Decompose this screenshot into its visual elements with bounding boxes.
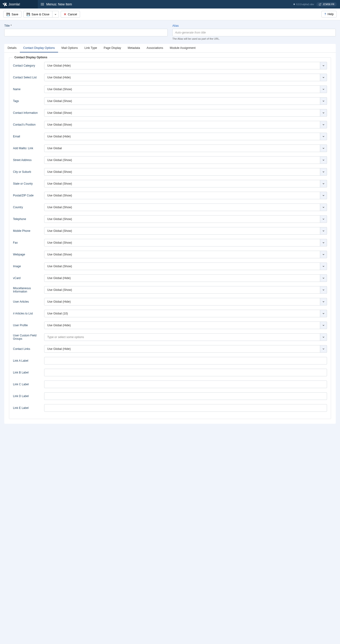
select-field[interactable]: Use Global (Show) [44,156,327,164]
form-row: NameUse Global (Show) [13,86,327,93]
select-field[interactable]: Use Global (10) [44,310,327,317]
title-input[interactable] [4,29,168,36]
field-label: Contact Links [13,347,44,350]
form-row: City or SuburbUse Global (Show) [13,168,327,176]
svg-point-5 [41,5,41,5]
brand-logo[interactable]: Joomla! [0,0,38,8]
alias-field-group: Alias The Alias will be used as part of … [172,24,336,40]
select-field[interactable]: Use Global (Show) [44,180,327,188]
select-field[interactable]: Use Global (Hide) [44,345,327,353]
svg-point-4 [41,4,41,4]
select-field[interactable]: Use Global (Show) [44,168,327,176]
select-field[interactable]: Use Global (Hide) [44,274,327,282]
alias-input[interactable] [172,29,336,36]
select-field[interactable]: Use Global (Show) [44,215,327,223]
form-row: ImageUse Global (Show) [13,262,327,270]
text-input[interactable] [44,404,327,412]
text-input[interactable] [44,357,327,364]
field-control: Use Global (Show) [44,262,327,270]
chevron-down-icon [54,13,57,16]
user-menu-button[interactable]: JCMS6 FR [316,2,337,6]
field-label: vCard [13,276,44,280]
svg-line-7 [320,3,321,4]
select-field[interactable]: Use Global (Hide) [44,322,327,329]
select-field[interactable]: Use Global (Show) [44,121,327,128]
form-row: WebpageUse Global (Show) [13,251,327,258]
field-control: Use Global (Show) [44,121,327,128]
field-label: Miscellaneous Information [13,286,44,293]
alias-hint: The Alias will be used as part of the UR… [172,37,336,40]
field-label: User Custom Field Groups [13,334,44,340]
select-field[interactable]: Use Global (Hide) [44,298,327,306]
alias-label: Alias [172,24,336,28]
select-field[interactable]: Use Global (Show) [44,97,327,105]
form-row: Contact InformationUse Global (Show) [13,109,327,116]
joomla-icon [3,2,7,6]
field-label: Fax [13,241,44,244]
toolbar: 💾 Save 💾 Save & Close ✕ Cancel ? Help [0,8,340,20]
field-control [44,369,327,376]
select-field[interactable]: Use Global (Hide) [44,62,327,70]
fieldset-title: Contact Display Options [12,56,49,59]
help-icon: ? [324,12,326,16]
field-label: Name [13,88,44,91]
save-close-button[interactable]: 💾 Save & Close [24,11,53,18]
field-control: Use Global (Show) [44,204,327,211]
select-field[interactable]: Use Global (Show) [44,204,327,211]
select-field[interactable]: Use Global (Show) [44,262,327,270]
save-close-dropdown[interactable] [52,11,59,18]
select-field[interactable]: Use Global (Show) [44,286,327,294]
tab-link-type[interactable]: Link Type [81,44,100,52]
form-row: CountryUse Global (Show) [13,204,327,211]
form-row: Street AddressUse Global (Show) [13,156,327,164]
tab-contact-display-options[interactable]: Contact Display Options [20,44,58,52]
list-icon [40,2,44,6]
field-label: Link E Label [13,406,44,410]
field-label: Contact Select List [13,76,44,79]
text-input[interactable] [44,369,327,376]
form-row: FaxUse Global (Show) [13,239,327,246]
select-field[interactable]: Type or select some options [44,333,327,341]
field-label: Tags [13,100,44,103]
form-row: vCardUse Global (Hide) [13,274,327,282]
help-button[interactable]: ? Help [321,11,337,18]
select-field[interactable]: Use Global (Hide) [44,74,327,81]
field-label: Webpage [13,253,44,256]
tab-body: Contact Display Options Contact Category… [4,53,336,424]
form-row: TagsUse Global (Show) [13,97,327,105]
form-row: Link E Label [13,404,327,412]
form-row: Link D Label [13,392,327,400]
tab-page-display[interactable]: Page Display [100,44,124,52]
version-label: 6.0.0-alpha1-dev [293,3,314,6]
field-control [44,380,327,388]
select-field[interactable]: Use Global (Show) [44,109,327,116]
tab-metadata[interactable]: Metadata [124,44,143,52]
text-input[interactable] [44,392,327,400]
select-field[interactable]: Use Global (Hide) [44,133,327,140]
tab-module-assignment[interactable]: Module Assignment [166,44,199,52]
field-control: Use Global (Show) [44,109,327,116]
form-row: User ProfileUse Global (Hide) [13,322,327,329]
save-button[interactable]: 💾 Save [3,11,22,18]
field-label: Link A Label [13,359,44,362]
tab-details[interactable]: Details [4,44,20,52]
form-row: Link C Label [13,380,327,388]
tabs: DetailsContact Display OptionsMail Optio… [4,44,336,53]
field-control: Use Global [44,144,327,152]
field-label: Email [13,135,44,138]
select-field[interactable]: Use Global (Show) [44,239,327,246]
cancel-button[interactable]: ✕ Cancel [61,11,80,18]
field-label: User Profile [13,324,44,327]
tab-mail-options[interactable]: Mail Options [58,44,81,52]
field-control: Use Global (Show) [44,286,327,294]
text-input[interactable] [44,380,327,388]
select-field[interactable]: Use Global [44,144,327,152]
select-field[interactable]: Use Global (Show) [44,227,327,235]
app-header: Joomla! Menus: New Item 6.0.0-alpha1-dev… [0,0,340,8]
field-control: Use Global (Show) [44,180,327,188]
select-field[interactable]: Use Global (Show) [44,192,327,199]
select-field[interactable]: Use Global (Show) [44,251,327,258]
select-field[interactable]: Use Global (Show) [44,86,327,93]
tab-associations[interactable]: Associations [143,44,166,52]
save-icon: 💾 [6,12,10,16]
